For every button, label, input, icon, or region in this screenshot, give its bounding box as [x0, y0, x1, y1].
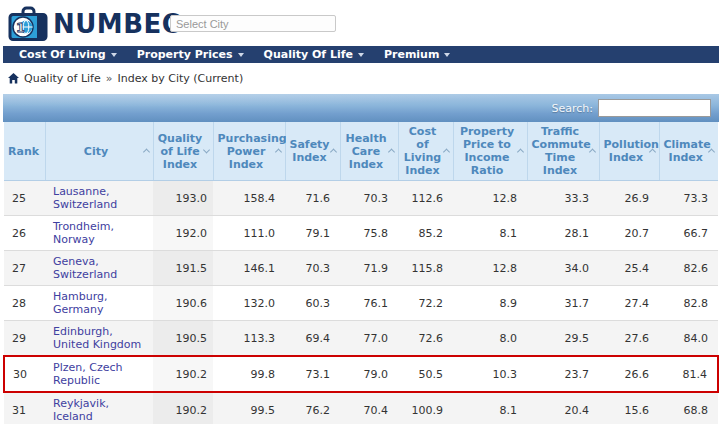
table-header-row: RankCityQuality of Life IndexPurchasing … — [4, 122, 718, 181]
cell-climate-index: 73.3 — [659, 181, 718, 216]
site-header: 1 NUMBEO — [0, 0, 722, 46]
cell-pollution-index: 26.6 — [599, 356, 659, 392]
city-link[interactable]: Reykjavik, Iceland — [53, 397, 109, 423]
column-label: Quality of Life Index — [158, 132, 203, 171]
logo-wordmark: NUMBEO — [53, 9, 184, 39]
city-link[interactable]: Edinburgh, United Kingdom — [53, 325, 141, 351]
column-label: Health Care Index — [346, 132, 387, 171]
cell-property-price-to-income-ratio: 12.8 — [453, 181, 527, 216]
rank-cell: 27 — [4, 251, 45, 286]
nav-label: Premium — [384, 48, 439, 61]
chevron-down-icon — [238, 53, 244, 57]
cell-safety-index: 70.3 — [285, 251, 340, 286]
column-header-city[interactable]: City — [45, 122, 153, 181]
home-icon[interactable] — [8, 73, 19, 84]
breadcrumb-index-by-city[interactable]: Index by City (Current) — [117, 72, 243, 85]
column-header-rank: Rank — [4, 122, 45, 181]
city-cell: Trondheim, Norway — [45, 216, 153, 251]
cell-traffic-commute-time-index: 20.4 — [527, 392, 599, 424]
table-toolbar: Search: — [3, 94, 719, 122]
cell-safety-index: 79.1 — [285, 216, 340, 251]
sort-asc-icon — [329, 148, 336, 155]
cell-pollution-index: 20.7 — [599, 216, 659, 251]
column-header-safety-index[interactable]: Safety Index — [285, 122, 340, 181]
city-link[interactable]: Trondheim, Norway — [53, 220, 114, 246]
sort-asc-icon — [442, 148, 449, 155]
cell-traffic-commute-time-index: 29.5 — [527, 321, 599, 357]
sort-asc-icon — [274, 148, 281, 155]
numbeo-logo[interactable]: 1 NUMBEO — [8, 6, 184, 42]
city-link[interactable]: Hamburg, Germany — [53, 290, 108, 316]
rank-cell: 30 — [4, 356, 45, 392]
city-cell: Plzen, Czech Republic — [45, 356, 153, 392]
column-header-property-price-to-income-ratio[interactable]: Property Price to Income Ratio — [453, 122, 527, 181]
city-link[interactable]: Plzen, Czech Republic — [53, 361, 122, 387]
rank-cell: 29 — [4, 321, 45, 357]
city-select-input[interactable] — [170, 15, 336, 32]
cell-traffic-commute-time-index: 23.7 — [527, 356, 599, 392]
cell-cost-of-living-index: 72.2 — [398, 286, 453, 321]
nav-label: Property Prices — [137, 48, 233, 61]
cell-climate-index: 82.8 — [659, 286, 718, 321]
cell-property-price-to-income-ratio: 12.8 — [453, 251, 527, 286]
column-header-cost-of-living-index[interactable]: Cost of Living Index — [398, 122, 453, 181]
cell-purchasing-power-index: 99.5 — [213, 392, 285, 424]
column-header-purchasing-power-index[interactable]: Purchasing Power Index — [213, 122, 285, 181]
cell-pollution-index: 27.6 — [599, 321, 659, 357]
cell-quality-of-life-index: 190.6 — [153, 286, 213, 321]
cell-pollution-index: 26.9 — [599, 181, 659, 216]
nav-premium[interactable]: Premium — [384, 48, 450, 61]
cell-property-price-to-income-ratio: 8.9 — [453, 286, 527, 321]
cell-climate-index: 84.0 — [659, 321, 718, 357]
cell-health-care-index: 70.4 — [340, 392, 398, 424]
table-search-input[interactable] — [598, 99, 711, 117]
cell-climate-index: 68.8 — [659, 392, 718, 424]
chevron-down-icon — [111, 53, 117, 57]
column-header-pollution-index[interactable]: Pollution Index — [599, 122, 659, 181]
column-label: Traffic Commute Time Index — [532, 125, 591, 177]
column-header-health-care-index[interactable]: Health Care Index — [340, 122, 398, 181]
sort-desc-icon — [202, 146, 209, 153]
cell-quality-of-life-index: 190.2 — [153, 392, 213, 424]
rank-cell: 25 — [4, 181, 45, 216]
city-cell: Edinburgh, United Kingdom — [45, 321, 153, 357]
cell-traffic-commute-time-index: 33.3 — [527, 181, 599, 216]
cell-purchasing-power-index: 132.0 — [213, 286, 285, 321]
city-link[interactable]: Lausanne, Switzerland — [53, 185, 117, 211]
nav-quality-of-life[interactable]: Quality Of Life — [264, 48, 364, 61]
cell-purchasing-power-index: 113.3 — [213, 321, 285, 357]
cell-property-price-to-income-ratio: 8.1 — [453, 392, 527, 424]
cell-quality-of-life-index: 193.0 — [153, 181, 213, 216]
cell-property-price-to-income-ratio: 10.3 — [453, 356, 527, 392]
column-header-traffic-commute-time-index[interactable]: Traffic Commute Time Index — [527, 122, 599, 181]
cell-purchasing-power-index: 158.4 — [213, 181, 285, 216]
column-label: Safety Index — [290, 138, 330, 164]
cell-cost-of-living-index: 115.8 — [398, 251, 453, 286]
rank-cell: 26 — [4, 216, 45, 251]
table-row: 28Hamburg, Germany190.6132.060.376.172.2… — [4, 286, 718, 321]
cell-safety-index: 73.1 — [285, 356, 340, 392]
cell-climate-index: 81.4 — [659, 356, 718, 392]
cell-quality-of-life-index: 190.2 — [153, 356, 213, 392]
sort-asc-icon — [588, 148, 595, 155]
cell-purchasing-power-index: 146.1 — [213, 251, 285, 286]
cell-traffic-commute-time-index: 34.0 — [527, 251, 599, 286]
nav-cost-of-living[interactable]: Cost Of Living — [19, 48, 117, 61]
column-header-quality-of-life-index[interactable]: Quality of Life Index — [153, 122, 213, 181]
cell-cost-of-living-index: 72.6 — [398, 321, 453, 357]
column-header-climate-index[interactable]: Climate Index — [659, 122, 718, 181]
table-row: 25Lausanne, Switzerland193.0158.471.670.… — [4, 181, 718, 216]
cell-pollution-index: 25.4 — [599, 251, 659, 286]
cell-safety-index: 76.2 — [285, 392, 340, 424]
sort-asc-icon — [708, 148, 715, 155]
table-row-highlighted: 30Plzen, Czech Republic190.299.873.179.0… — [4, 356, 718, 392]
search-label: Search: — [552, 102, 594, 115]
cell-health-care-index: 79.0 — [340, 356, 398, 392]
table-row: 26Trondheim, Norway192.0111.079.175.885.… — [4, 216, 718, 251]
rank-cell: 28 — [4, 286, 45, 321]
city-link[interactable]: Geneva, Switzerland — [53, 255, 117, 281]
nav-property-prices[interactable]: Property Prices — [137, 48, 244, 61]
breadcrumb-quality-of-life[interactable]: Quality of Life — [24, 72, 101, 85]
rank-cell: 31 — [4, 392, 45, 424]
sort-asc-icon — [387, 148, 394, 155]
